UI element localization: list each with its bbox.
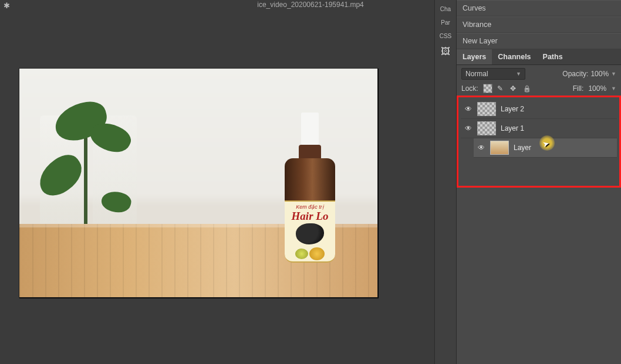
tab-layers[interactable]: Layers: [457, 49, 492, 64]
layer-name[interactable]: Layer: [514, 144, 531, 152]
opacity-value: 100%: [590, 70, 609, 78]
bottle-neck: [299, 145, 321, 159]
tab-paragraph[interactable]: Par: [435, 16, 456, 29]
lock-label: Lock:: [461, 84, 478, 93]
fill-value: 100%: [588, 84, 606, 93]
blend-mode-dropdown[interactable]: Normal ▼: [461, 68, 525, 80]
layer-row[interactable]: 👁 Layer 2: [461, 100, 617, 119]
layers-panel-tabs: Layers Channels Paths: [457, 49, 621, 65]
adjust-new-layer[interactable]: New Layer: [457, 33, 621, 49]
fill-label: Fill:: [573, 84, 584, 93]
chevron-down-icon: ▼: [516, 71, 521, 77]
right-panel-column: Cha Par CSS 🖼 Curves Vibrance New Layer …: [434, 0, 621, 364]
label-fruit-icon: [309, 247, 325, 260]
tab-character[interactable]: Cha: [435, 2, 456, 16]
tab-css[interactable]: CSS: [435, 29, 456, 43]
layer-thumbnail[interactable]: [477, 102, 496, 116]
label-subtitle: Kem đặc trị: [285, 204, 335, 210]
blend-mode-value: Normal: [465, 70, 488, 78]
image-icon[interactable]: 🖼: [435, 43, 456, 60]
bottle-label: Kem đặc trị Hair Lo: [285, 200, 335, 263]
label-graphic: [296, 223, 324, 244]
panels-stack: Curves Vibrance New Layer Layers Channel…: [457, 0, 621, 364]
chevron-down-icon: ▼: [611, 71, 616, 77]
adjustments-panel: Curves Vibrance New Layer: [457, 0, 621, 49]
bottle-cap: [301, 113, 319, 145]
layer-lock-row: Lock: Fill: 100% ▼: [457, 83, 621, 96]
layer-row-selected[interactable]: 👁 Layer ➤: [474, 138, 617, 158]
cursor-icon: ➤: [542, 139, 551, 149]
tab-paths[interactable]: Paths: [537, 49, 569, 64]
layer-name[interactable]: Layer 1: [501, 124, 524, 132]
product-bottle: Kem đặc trị Hair Lo: [278, 113, 342, 265]
collapsed-panel-strip: Cha Par CSS 🖼: [434, 0, 457, 364]
tab-channels[interactable]: Channels: [492, 49, 536, 64]
layer-thumbnail[interactable]: [490, 141, 509, 155]
label-fruit-icon: [295, 249, 308, 259]
lock-position-icon[interactable]: [510, 84, 518, 93]
visibility-eye-icon[interactable]: 👁: [464, 105, 473, 113]
layer-thumbnail[interactable]: [477, 121, 496, 135]
layer-name[interactable]: Layer 2: [501, 105, 524, 113]
layer-row[interactable]: 👁 Layer 1: [461, 119, 617, 138]
canvas-area: Kem đặc trị Hair Lo: [0, 9, 434, 364]
lock-all-icon[interactable]: [523, 84, 531, 93]
lock-pixels-icon[interactable]: [497, 84, 505, 93]
opacity-label: Opacity:: [562, 70, 588, 78]
chevron-down-icon: ▼: [611, 86, 616, 91]
lock-transparency-icon[interactable]: [483, 84, 492, 93]
opacity-control[interactable]: Opacity: 100% ▼: [562, 70, 616, 78]
adjust-vibrance[interactable]: Vibrance: [457, 16, 621, 33]
document-canvas[interactable]: Kem đặc trị Hair Lo: [19, 68, 378, 298]
highlight-annotation: 👁 Layer 2 👁 Layer 1 👁 Layer ➤: [457, 96, 621, 188]
label-title: Hair Lo: [285, 210, 335, 223]
visibility-eye-icon[interactable]: 👁: [464, 124, 473, 132]
plant-stem: [84, 133, 87, 236]
adjust-curves[interactable]: Curves: [457, 0, 621, 16]
layer-options-row: Normal ▼ Opacity: 100% ▼: [457, 65, 621, 83]
visibility-eye-icon[interactable]: 👁: [477, 144, 485, 152]
